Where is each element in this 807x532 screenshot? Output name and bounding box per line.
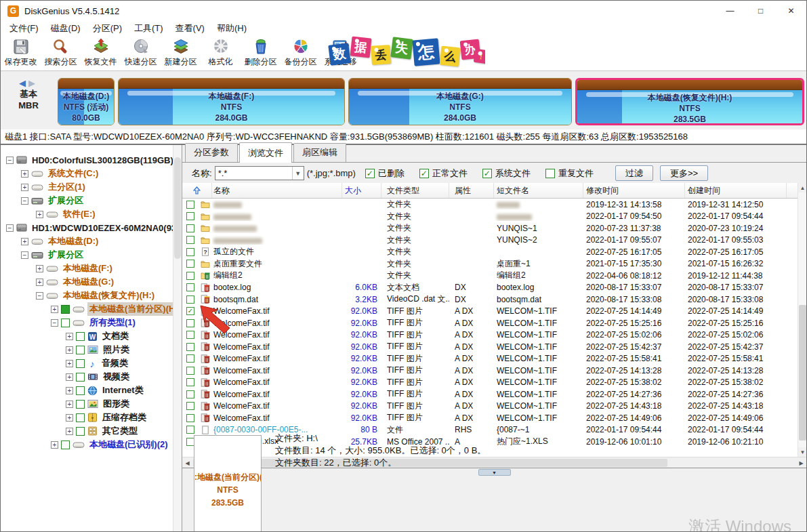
- column-header-4[interactable]: 短文件名: [494, 183, 583, 198]
- tree-expander-icon[interactable]: +: [51, 306, 58, 313]
- tree-item-label[interactable]: 所有类型(1): [87, 316, 138, 329]
- tree-item[interactable]: −扩展分区: [1, 248, 173, 262]
- tree-expander-icon[interactable]: −: [6, 157, 14, 164]
- tree-item-label[interactable]: 软件(E:): [61, 207, 98, 221]
- row-checkbox[interactable]: [186, 236, 194, 244]
- tree-expander-icon[interactable]: +: [66, 414, 73, 422]
- tree-item[interactable]: +照片类: [1, 343, 173, 356]
- partition-box-2[interactable]: 本地磁盘(F:)NTFS284.0GB: [118, 78, 345, 125]
- tree-item-label[interactable]: 本地磁盘(恢复文件)(H:): [61, 289, 157, 302]
- tree-expander-icon[interactable]: +: [66, 401, 73, 408]
- tab-0[interactable]: 分区参数: [185, 143, 238, 162]
- tree-item-label[interactable]: 文档类: [100, 329, 131, 343]
- table-row[interactable]: WelcomeFax.tif92.0KBTIFF 图片A DXWELCOM~1.…: [182, 388, 798, 401]
- tree-expander-icon[interactable]: −: [21, 251, 28, 259]
- table-row[interactable]: WelcomeFax.tif92.0KBTIFF 图片A DXWELCOM~1.…: [182, 412, 798, 424]
- scroll-up-icon[interactable]: ▲: [798, 183, 807, 192]
- tree-expander-icon[interactable]: +: [51, 441, 58, 449]
- table-row[interactable]: WelcomeFax.tif92.0KBTIFF 图片A DXWELCOM~1.…: [182, 377, 798, 389]
- tree-item-label[interactable]: 本地磁盘(当前分区)(H:): [87, 302, 182, 316]
- tree-expander-icon[interactable]: +: [36, 211, 43, 218]
- tree-item[interactable]: +视频类: [1, 370, 173, 384]
- tab-2[interactable]: 扇区编辑: [293, 143, 346, 162]
- partition-nav-left-icon[interactable]: ◀: [19, 78, 28, 88]
- row-checkbox[interactable]: [186, 414, 194, 422]
- tree-item-label[interactable]: 视频类: [101, 370, 131, 384]
- tree-item-label[interactable]: HD1:WDCWD10EZEX-60M2NA0(932G: [30, 222, 182, 234]
- more-button[interactable]: 更多>>: [660, 165, 708, 181]
- table-row[interactable]: WelcomeFax.tif92.0KBTIFF 图片A DXWELCOM~1.…: [182, 317, 798, 329]
- checkbox-icon[interactable]: ✓: [482, 169, 492, 178]
- table-row[interactable]: 文件夹2019-12-31 14:13:582019-12-31 14:12:5…: [182, 199, 798, 211]
- row-checkbox[interactable]: [186, 212, 194, 220]
- row-checkbox[interactable]: [186, 248, 194, 256]
- vertical-scrollbar[interactable]: ▲ ▼: [798, 183, 806, 457]
- menu-item-3[interactable]: 工具(T): [128, 21, 169, 36]
- tree-expander-icon[interactable]: +: [66, 387, 73, 394]
- toolbar-button-backup-partition[interactable]: 备份分区: [281, 36, 320, 70]
- row-checkbox[interactable]: [186, 426, 194, 434]
- tree-item-label[interactable]: HD0:ColorfulSL300128GB(119GB): [30, 155, 175, 166]
- table-row[interactable]: WelcomeFax.tif92.0KBTIFF 图片A DXWELCOM~1.…: [182, 365, 798, 377]
- tree-item-label[interactable]: 扩展分区: [46, 194, 85, 207]
- tree-item-label[interactable]: 图形类: [101, 397, 131, 411]
- checkbox-icon[interactable]: ✓: [365, 169, 375, 178]
- partition-box-3[interactable]: 本地磁盘(G:)NTFS284.0GB: [348, 78, 572, 125]
- partition-box-4[interactable]: 本地磁盘(恢复文件)(H:)NTFS283.5GB: [575, 78, 804, 125]
- partition-box-1[interactable]: 本地磁盘(D:)NTFS (活动)80.0GB: [58, 78, 115, 125]
- tree-item-label[interactable]: 压缩存档类: [100, 411, 148, 424]
- tree-expander-icon[interactable]: +: [66, 333, 73, 340]
- scroll-left-icon[interactable]: ◀: [182, 457, 192, 468]
- tree-expander-icon[interactable]: +: [66, 360, 73, 367]
- row-checkbox[interactable]: [186, 224, 194, 232]
- close-button[interactable]: ✕: [776, 1, 806, 21]
- tree-item-label[interactable]: 照片类: [101, 343, 131, 356]
- tree-expander-icon[interactable]: +: [36, 265, 43, 272]
- column-header-0[interactable]: 名称: [212, 183, 342, 198]
- tree-item[interactable]: −扩展分区: [1, 194, 173, 207]
- tree-checkbox[interactable]: [61, 305, 70, 314]
- tree-item[interactable]: +本地磁盘(已识别)(2): [1, 438, 173, 451]
- toolbar-button-save-changes[interactable]: 保存更改: [1, 36, 41, 70]
- splitter-collapse-handle[interactable]: ▼: [478, 469, 511, 476]
- scroll-down-icon[interactable]: ▼: [798, 447, 807, 457]
- tree-item[interactable]: +图形类: [1, 397, 173, 411]
- tree-checkbox[interactable]: [76, 427, 85, 436]
- tree-expander-icon[interactable]: +: [66, 373, 73, 381]
- row-checkbox[interactable]: [186, 390, 194, 398]
- pane-splitter[interactable]: ▼: [182, 468, 806, 477]
- tree-checkbox[interactable]: [76, 400, 85, 409]
- toolbar-button-quick-partition[interactable]: 快速分区: [121, 36, 161, 70]
- tree-item[interactable]: +系统文件(C:): [1, 167, 173, 180]
- tree-item[interactable]: +其它类型: [1, 424, 173, 438]
- tree-checkbox[interactable]: [76, 346, 85, 354]
- go-up-icon[interactable]: [182, 183, 212, 198]
- tree-item[interactable]: −所有类型(1): [1, 316, 173, 329]
- tree-item[interactable]: +本地磁盘(G:): [1, 275, 173, 289]
- table-row[interactable]: WelcomeFax.tif92.0KBTIFF 图片A DXWELCOM~1.…: [182, 329, 798, 342]
- filter-button[interactable]: 过滤: [615, 165, 653, 181]
- row-checkbox[interactable]: [186, 331, 194, 339]
- tree-checkbox[interactable]: [61, 441, 70, 449]
- row-checkbox[interactable]: [186, 354, 194, 363]
- scroll-right-icon[interactable]: ▶: [796, 457, 806, 468]
- table-row[interactable]: bootex.log6.0KB文本文档DXbootex.log2020-08-1…: [182, 282, 798, 294]
- tree-item[interactable]: −本地磁盘(恢复文件)(H:): [1, 289, 173, 302]
- checkbox-icon[interactable]: ✓: [419, 169, 429, 178]
- toolbar-button-delete-partition[interactable]: 删除分区: [241, 36, 281, 70]
- tree-checkbox[interactable]: [76, 373, 85, 382]
- tree-expander-icon[interactable]: +: [21, 238, 28, 245]
- tree-item[interactable]: +本地磁盘(D:): [1, 234, 173, 248]
- row-checkbox[interactable]: [186, 201, 194, 209]
- tree-expander-icon[interactable]: +: [21, 170, 28, 178]
- tree-item[interactable]: −HD1:WDCWD10EZEX-60M2NA0(932G: [1, 221, 173, 234]
- toolbar-button-search-partition[interactable]: 搜索分区: [41, 36, 81, 70]
- current-partition-mini-box[interactable]: :地磁盘(当前分区)(H NTFS 283.5GB: [194, 435, 262, 532]
- table-row[interactable]: 文件夹2022-01-17 09:54:502022-01-17 09:54:4…: [182, 211, 798, 223]
- tree-item-label[interactable]: 本地磁盘(G:): [61, 275, 116, 289]
- tree-item[interactable]: +主分区(1): [1, 180, 173, 194]
- checkbox-icon[interactable]: [545, 169, 555, 178]
- menu-item-2[interactable]: 分区(P): [87, 21, 128, 36]
- row-checkbox[interactable]: [186, 295, 194, 304]
- column-header-5[interactable]: 修改时间: [583, 183, 685, 198]
